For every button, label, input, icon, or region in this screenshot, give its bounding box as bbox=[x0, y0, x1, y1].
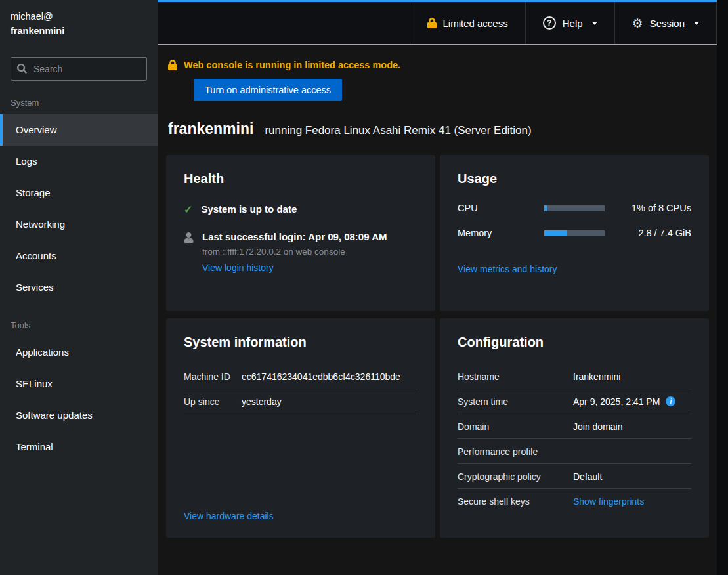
overview-cards: Health ✓ System is up to date Last succe… bbox=[166, 155, 709, 538]
health-body: ✓ System is up to date Last successful l… bbox=[184, 203, 418, 289]
hostname-label: Hostname bbox=[458, 372, 573, 382]
memory-progress-bar bbox=[544, 230, 605, 236]
configuration-card-title: Configuration bbox=[458, 335, 691, 350]
user-host: frankenmini bbox=[11, 24, 147, 38]
sidebar-item-accounts[interactable]: Accounts bbox=[0, 240, 158, 272]
up-since-label: Up since bbox=[184, 396, 242, 407]
limited-access-indicator[interactable]: Limited access bbox=[410, 2, 525, 44]
updates-status-row: ✓ System is up to date bbox=[184, 203, 418, 216]
main-area: Limited access ? Help ⚙ Session Web cons… bbox=[158, 0, 717, 575]
configuration-card: Configuration Hostname frankenmini Syste… bbox=[440, 318, 709, 538]
os-release-text: running Fedora Linux Asahi Remix 41 (Ser… bbox=[265, 124, 531, 137]
machine-id-label: Machine ID bbox=[184, 372, 242, 382]
cpu-usage-row: CPU 1% of 8 CPUs bbox=[458, 196, 691, 221]
hostname-value: frankenmini bbox=[573, 372, 620, 382]
memory-usage-row: Memory 2.8 / 7.4 GiB bbox=[458, 221, 691, 245]
info-icon[interactable]: i bbox=[666, 396, 675, 406]
alert-title: Web console is running in limited access… bbox=[184, 59, 400, 70]
help-label: Help bbox=[563, 18, 583, 29]
last-login-text: Last successful login: Apr 09, 08:09 AM bbox=[202, 231, 387, 242]
cockpit-app: michael@ frankenmini System Overview Log… bbox=[0, 0, 728, 575]
system-information-card: System information Machine ID ec61741623… bbox=[166, 318, 435, 538]
check-icon: ✓ bbox=[184, 203, 192, 216]
sidebar-item-storage[interactable]: Storage bbox=[0, 177, 158, 209]
sidebar-item-applications[interactable]: Applications bbox=[0, 337, 158, 368]
overview-page: Web console is running in limited access… bbox=[158, 45, 717, 575]
machine-id-row: Machine ID ec617416234041edbb6cf4c326110… bbox=[184, 364, 418, 389]
join-domain-button[interactable]: Join domain bbox=[573, 421, 623, 432]
scrollbar-track[interactable] bbox=[717, 0, 728, 575]
memory-progress-fill bbox=[544, 230, 567, 236]
nav-section-tools: Tools bbox=[0, 303, 158, 337]
usage-body: CPU 1% of 8 CPUs Memory 2.8 / 7.4 GiB bbox=[458, 196, 691, 275]
view-login-history-link[interactable]: View login history bbox=[202, 263, 274, 273]
gear-icon: ⚙ bbox=[632, 17, 643, 30]
sidebar-item-networking[interactable]: Networking bbox=[0, 209, 158, 240]
health-card-title: Health bbox=[184, 171, 418, 186]
sidebar-item-selinux[interactable]: SELinux bbox=[0, 368, 158, 400]
last-login-row: Last successful login: Apr 09, 08:09 AM … bbox=[184, 231, 418, 274]
cryptographic-policy-value: Default bbox=[573, 471, 602, 482]
system-information-card-title: System information bbox=[184, 335, 418, 350]
chevron-down-icon bbox=[592, 22, 597, 25]
sidebar-item-software-updates[interactable]: Software updates bbox=[0, 400, 158, 431]
cpu-progress-fill bbox=[544, 205, 547, 211]
user-icon bbox=[184, 232, 194, 243]
search-input[interactable] bbox=[11, 57, 147, 81]
secure-shell-keys-row: Secure shell keys Show fingerprints bbox=[458, 489, 691, 514]
secure-shell-keys-label: Secure shell keys bbox=[458, 496, 573, 507]
masthead: Limited access ? Help ⚙ Session bbox=[158, 0, 717, 45]
cpu-progress-bar bbox=[544, 205, 605, 211]
sidebar: michael@ frankenmini System Overview Log… bbox=[0, 0, 158, 575]
system-time-label: System time bbox=[458, 396, 573, 407]
up-since-row: Up since yesterday bbox=[184, 389, 418, 414]
alert-body: Web console is running in limited access… bbox=[184, 59, 400, 101]
performance-profile-row: Performance profile bbox=[458, 439, 691, 464]
up-since-value: yesterday bbox=[242, 396, 282, 407]
last-login-block: Last successful login: Apr 09, 08:09 AM … bbox=[202, 231, 387, 274]
hostname-row: Hostname frankenmini bbox=[458, 364, 691, 389]
sidebar-item-overview[interactable]: Overview bbox=[0, 114, 158, 146]
logged-in-user: michael@ frankenmini bbox=[0, 0, 158, 39]
limited-access-label: Limited access bbox=[443, 18, 508, 29]
page-title: frankenmini bbox=[168, 120, 253, 138]
sidebar-search bbox=[11, 57, 147, 81]
cryptographic-policy-row: Cryptographic policy Default bbox=[458, 464, 691, 489]
sidebar-item-terminal[interactable]: Terminal bbox=[0, 431, 158, 463]
system-information-table: Machine ID ec617416234041edbb6cf4c326110… bbox=[184, 364, 418, 414]
chevron-down-icon bbox=[694, 22, 699, 25]
lock-icon bbox=[427, 18, 437, 28]
usage-card: Usage CPU 1% of 8 CPUs Memory bbox=[440, 155, 709, 311]
help-icon: ? bbox=[543, 16, 556, 30]
memory-usage-value: 2.8 / 7.4 GiB bbox=[605, 228, 691, 238]
sidebar-item-services[interactable]: Services bbox=[0, 272, 158, 303]
search-icon bbox=[17, 64, 27, 74]
cpu-usage-value: 1% of 8 CPUs bbox=[605, 203, 691, 213]
last-login-detail: from ::ffff:172.20.0.2 on web console bbox=[202, 247, 387, 257]
system-time-value: Apr 9, 2025, 2:41 PM i bbox=[573, 396, 675, 407]
session-label: Session bbox=[650, 18, 685, 29]
performance-profile-label: Performance profile bbox=[458, 446, 573, 457]
updates-status-text: System is up to date bbox=[201, 203, 297, 215]
turn-on-admin-access-button[interactable]: Turn on administrative access bbox=[194, 79, 342, 101]
show-fingerprints-link[interactable]: Show fingerprints bbox=[573, 496, 644, 507]
machine-id-value: ec617416234041edbb6cf4c326110bde bbox=[242, 372, 400, 382]
sidebar-item-logs[interactable]: Logs bbox=[0, 146, 158, 177]
help-menu[interactable]: ? Help bbox=[525, 2, 614, 44]
page-header: frankenmini running Fedora Linux Asahi R… bbox=[168, 120, 709, 138]
health-card: Health ✓ System is up to date Last succe… bbox=[166, 155, 435, 311]
view-metrics-link[interactable]: View metrics and history bbox=[458, 264, 557, 274]
nav-section-system: System bbox=[0, 81, 158, 114]
cpu-label: CPU bbox=[458, 203, 544, 213]
system-time-row: System time Apr 9, 2025, 2:41 PM i bbox=[458, 389, 691, 414]
cryptographic-policy-label: Cryptographic policy bbox=[458, 471, 573, 482]
lock-icon bbox=[168, 60, 177, 70]
domain-label: Domain bbox=[458, 421, 573, 432]
memory-label: Memory bbox=[458, 228, 544, 238]
configuration-table: Hostname frankenmini System time Apr 9, … bbox=[458, 364, 691, 514]
domain-row: Domain Join domain bbox=[458, 414, 691, 439]
usage-card-title: Usage bbox=[458, 171, 691, 186]
session-menu[interactable]: ⚙ Session bbox=[614, 2, 717, 44]
user-name: michael@ bbox=[11, 9, 147, 24]
view-hardware-details-link[interactable]: View hardware details bbox=[184, 511, 418, 521]
